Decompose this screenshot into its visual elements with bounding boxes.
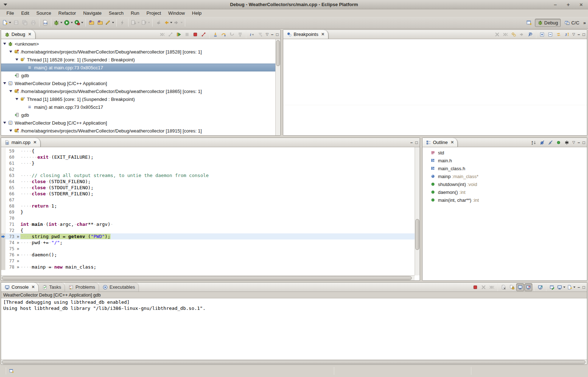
code-line[interactable]: 67 bbox=[1, 197, 420, 203]
code-line[interactable]: 75» bbox=[1, 246, 420, 252]
dropdown-arrow-icon[interactable] bbox=[563, 287, 565, 288]
menu-window[interactable]: Window bbox=[165, 10, 188, 17]
expander-icon[interactable] bbox=[15, 98, 18, 100]
editor-ruler-cell[interactable] bbox=[1, 221, 5, 227]
expander-icon[interactable] bbox=[9, 90, 12, 92]
menu-file[interactable]: File bbox=[3, 10, 18, 17]
perspective-cc[interactable]: C/C bbox=[562, 19, 582, 27]
open-perspective-button[interactable] bbox=[525, 18, 533, 27]
outline-item[interactable]: shutdown(int) : void bbox=[423, 180, 587, 188]
expander-icon[interactable] bbox=[9, 130, 12, 132]
new-console-button[interactable] bbox=[566, 283, 576, 291]
suspend-button[interactable] bbox=[183, 31, 191, 38]
terminate-button[interactable] bbox=[471, 283, 479, 291]
outline-item[interactable]: main.h bbox=[423, 157, 587, 164]
editor-ruler-cell[interactable] bbox=[1, 172, 5, 178]
open-console-button[interactable] bbox=[556, 283, 566, 291]
tab-executables[interactable]: Executables bbox=[99, 283, 139, 292]
remove-all-terminated-button[interactable] bbox=[158, 31, 166, 38]
editor-ruler-cell[interactable] bbox=[1, 203, 5, 209]
tab-close-icon[interactable]: ✕ bbox=[321, 32, 325, 37]
new-button[interactable] bbox=[1, 18, 12, 27]
code-line[interactable]: 63····// closing all output streams, to … bbox=[1, 172, 420, 178]
dropdown-arrow-icon[interactable] bbox=[170, 22, 172, 23]
view-maximize-button[interactable]: □ bbox=[275, 32, 280, 37]
editor-minimize-button[interactable]: – bbox=[409, 140, 414, 145]
menu-navigate[interactable]: Navigate bbox=[80, 10, 105, 17]
editor-ruler-cell[interactable] bbox=[1, 215, 5, 221]
remove-launch-button[interactable] bbox=[480, 283, 487, 291]
perspective-overflow-chevron[interactable]: » bbox=[583, 20, 586, 25]
show-console-on-stderr-button[interactable] bbox=[524, 283, 532, 291]
close-button[interactable]: × bbox=[577, 1, 585, 8]
remove-all-breakpoints-button[interactable] bbox=[501, 31, 509, 38]
step-into-button[interactable] bbox=[211, 31, 219, 38]
editor-ruler-cell[interactable] bbox=[1, 246, 5, 252]
disconnect-button[interactable] bbox=[200, 31, 207, 38]
code-line[interactable]: 59····{ bbox=[1, 148, 420, 154]
back-button[interactable] bbox=[163, 18, 173, 27]
tab-debug[interactable]: Debug ✕ bbox=[1, 30, 36, 39]
pin-console-button[interactable] bbox=[536, 283, 544, 291]
use-step-filters-button[interactable] bbox=[256, 31, 264, 38]
debug-tree-row[interactable]: /home/abagrintsev/projects/WeatherCollec… bbox=[1, 48, 280, 56]
skip-all-breakpoints-button[interactable] bbox=[526, 31, 534, 38]
code-line[interactable]: 60······exit·(EXIT_FAILURE); bbox=[1, 154, 420, 160]
expander-icon[interactable] bbox=[9, 51, 12, 53]
code-line[interactable]: 68····return·1; bbox=[1, 203, 420, 209]
mark-occurrences-button[interactable] bbox=[104, 18, 115, 27]
expander-icon[interactable] bbox=[3, 43, 6, 45]
code-line[interactable]: 66····close·(STDERR_FILENO); bbox=[1, 191, 420, 197]
code-line[interactable]: 76»····daemon(); bbox=[1, 252, 420, 258]
outline-item[interactable]: daemon() : int bbox=[423, 188, 587, 196]
external-tools-button[interactable] bbox=[74, 18, 84, 27]
editor-ruler-cell[interactable] bbox=[1, 233, 5, 239]
dropdown-arrow-icon[interactable] bbox=[9, 22, 11, 23]
editor-ruler-cell[interactable] bbox=[1, 160, 5, 166]
resume-button[interactable] bbox=[175, 31, 183, 38]
debug-tree-row[interactable]: WeatherCollector Debug [C/C++ Applicatio… bbox=[1, 119, 280, 127]
editor-ruler-cell[interactable] bbox=[1, 252, 5, 258]
menu-search[interactable]: Search bbox=[105, 10, 127, 17]
last-edit-location-button[interactable] bbox=[154, 18, 163, 27]
code-line[interactable]: 64····close·(STDIN_FILENO); bbox=[1, 178, 420, 185]
debug-tree-row[interactable]: gdb bbox=[1, 71, 280, 79]
menu-refactor[interactable]: Refactor bbox=[55, 10, 80, 17]
code-line[interactable]: 61····} bbox=[1, 160, 420, 166]
new-binary-button[interactable] bbox=[41, 18, 50, 27]
show-console-on-stdout-button[interactable] bbox=[516, 283, 524, 291]
previous-annotation-button[interactable] bbox=[140, 18, 151, 27]
remove-all-terminated-button[interactable] bbox=[488, 283, 496, 291]
hide-static-members-button[interactable] bbox=[546, 139, 554, 146]
debug-tree-row[interactable]: gdb bbox=[1, 111, 280, 119]
dropdown-arrow-icon[interactable] bbox=[112, 22, 114, 23]
tab-breakpoints[interactable]: Breakpoints ✕ bbox=[283, 30, 328, 39]
minimize-button[interactable]: – bbox=[551, 1, 559, 8]
view-minimize-button[interactable]: – bbox=[577, 32, 581, 37]
instruction-stepping-button[interactable] bbox=[248, 31, 256, 38]
save-button[interactable] bbox=[12, 18, 20, 27]
collapse-all-button[interactable] bbox=[546, 31, 554, 38]
remove-breakpoint-button[interactable] bbox=[493, 31, 501, 38]
code-line[interactable]: 71int·main·(int·argc,·char**·argv)· bbox=[1, 221, 420, 227]
expander-icon[interactable] bbox=[15, 59, 18, 61]
outline-item[interactable]: std bbox=[423, 149, 587, 157]
editor-ruler-cell[interactable] bbox=[1, 166, 5, 172]
scroll-lock-button[interactable] bbox=[508, 283, 516, 291]
show-supported-breakpoints-button[interactable] bbox=[510, 31, 518, 38]
editor-ruler-cell[interactable] bbox=[1, 264, 5, 270]
tab-console[interactable]: Console✕ bbox=[1, 283, 39, 292]
save-all-button[interactable] bbox=[20, 18, 29, 27]
editor-ruler-cell[interactable] bbox=[1, 227, 5, 233]
debug-tree-row[interactable]: /home/abagrintsev/projects/WeatherCollec… bbox=[1, 127, 280, 135]
editor-ruler-cell[interactable] bbox=[1, 258, 5, 264]
dropdown-arrow-icon[interactable] bbox=[573, 287, 575, 288]
perspective-debug[interactable]: Debug bbox=[535, 19, 561, 27]
go-to-file-button[interactable] bbox=[518, 31, 526, 38]
debug-vertical-scrollbar[interactable] bbox=[275, 39, 280, 135]
debug-tree-row[interactable]: <unknown> bbox=[1, 40, 280, 48]
code-area[interactable]: 59····{60······exit·(EXIT_FAILURE);61···… bbox=[1, 147, 420, 275]
outline-item[interactable]: main_class.h bbox=[423, 164, 587, 172]
debug-tree-row[interactable]: /home/abagrintsev/projects/WeatherCollec… bbox=[1, 87, 280, 95]
view-maximize-button[interactable]: □ bbox=[582, 285, 586, 290]
